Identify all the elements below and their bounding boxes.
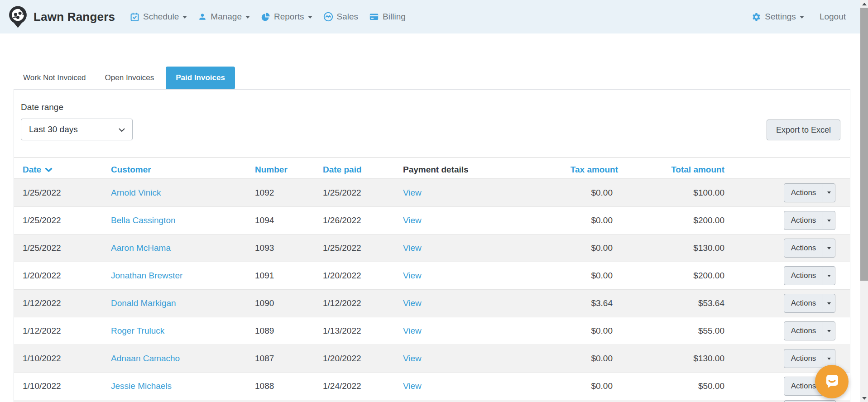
customer-link[interactable]: Aaron McHama (111, 243, 171, 253)
view-payment-link[interactable]: View (403, 298, 422, 308)
chevron-down-icon (827, 358, 831, 360)
nav-settings[interactable]: Settings (752, 12, 804, 22)
actions-split-button[interactable]: Actions (784, 266, 835, 285)
view-payment-link[interactable]: View (403, 215, 422, 225)
cell-total-amount: $200.00 (618, 215, 724, 225)
column-header-number[interactable]: Number (255, 165, 323, 175)
actions-button-label[interactable]: Actions (784, 211, 823, 230)
actions-dropdown-toggle[interactable] (823, 239, 835, 257)
column-header-date[interactable]: Date (14, 165, 111, 175)
tab-work-not-invoiced[interactable]: Work Not Invoiced (16, 67, 93, 89)
scrollbar-thumb[interactable] (860, 8, 868, 281)
customer-link[interactable]: Jessie Michaels (111, 381, 172, 391)
table-row: 1/10/2022 Jessie Michaels 1088 1/24/2022… (14, 372, 850, 400)
chat-launcher-button[interactable] (815, 365, 849, 398)
tab-open-invoices[interactable]: Open Invoices (98, 67, 162, 89)
actions-dropdown-toggle[interactable] (823, 211, 835, 230)
column-header-tax-amount[interactable]: Tax amount (512, 165, 618, 175)
actions-split-button[interactable]: Actions (784, 183, 835, 202)
tab-paid-invoices[interactable]: Paid Invoices (166, 67, 235, 89)
view-payment-link[interactable]: View (403, 354, 422, 363)
cell-tax-amount: $0.00 (512, 243, 618, 253)
actions-split-button[interactable]: Actions (784, 294, 835, 313)
table-row: 1/12/2022 Donald Markigan 1090 1/12/2022… (14, 289, 850, 317)
view-payment-link[interactable]: View (403, 188, 422, 197)
panel-border (850, 90, 850, 402)
main-nav: Schedule Manage Reports (130, 12, 406, 22)
cell-number: 1094 (255, 215, 323, 225)
chevron-down-icon (119, 124, 125, 134)
customer-link[interactable]: Roger Truluck (111, 326, 164, 335)
cell-number: 1089 (255, 326, 323, 336)
nav-manage[interactable]: Manage (198, 12, 250, 22)
nav-schedule-label: Schedule (143, 12, 179, 22)
actions-dropdown-toggle[interactable] (823, 184, 835, 202)
column-header-customer[interactable]: Customer (111, 165, 255, 175)
customer-link[interactable]: Jonathan Brewster (111, 271, 182, 280)
cell-tax-amount: $0.00 (512, 326, 618, 336)
chat-bubble-icon (823, 372, 841, 392)
actions-dropdown-toggle[interactable] (823, 294, 835, 312)
cell-date: 1/12/2022 (14, 298, 111, 308)
scrollbar-down-arrow[interactable] (860, 394, 868, 402)
table-row: 1/12/2022 Roger Truluck 1089 1/13/2022 V… (14, 317, 850, 345)
chevron-down-icon (182, 16, 187, 19)
customer-link[interactable]: Donald Markigan (111, 298, 176, 308)
gear-icon (752, 12, 761, 22)
view-payment-link[interactable]: View (403, 243, 422, 253)
chevron-down-icon (800, 16, 804, 19)
actions-split-button[interactable]: Actions (784, 321, 835, 340)
nav-billing[interactable]: Billing (369, 12, 406, 22)
view-payment-link[interactable]: View (403, 326, 422, 335)
export-to-excel-button[interactable]: Export to Excel (767, 120, 840, 140)
credit-card-icon (369, 12, 379, 22)
customer-link[interactable]: Bella Cassington (111, 215, 176, 225)
column-header-payment-details: Payment details (403, 165, 512, 175)
cell-number: 1091 (255, 271, 323, 281)
divider (14, 157, 850, 158)
cell-total-amount: $55.00 (618, 326, 724, 336)
actions-button-label[interactable]: Actions (784, 294, 823, 312)
actions-button-label[interactable]: Actions (784, 267, 823, 285)
brand[interactable]: Lawn Rangers (7, 5, 115, 29)
cell-tax-amount: $0.00 (512, 354, 618, 364)
table-row: 1/20/2022 Jonathan Brewster 1091 1/20/20… (14, 262, 850, 289)
cell-tax-amount: $0.00 (512, 381, 618, 391)
cell-number: 1090 (255, 298, 323, 308)
cell-number: 1093 (255, 243, 323, 253)
triangle-down-icon (862, 397, 867, 400)
view-payment-link[interactable]: View (403, 271, 422, 280)
actions-dropdown-toggle[interactable] (823, 322, 835, 340)
pie-chart-icon (261, 12, 270, 22)
actions-button-label[interactable]: Actions (784, 239, 823, 257)
lawn-rangers-logo-icon (7, 5, 29, 29)
column-header-total-amount[interactable]: Total amount (618, 165, 724, 175)
nav-sales[interactable]: Sales (323, 12, 359, 22)
table-row: 1/25/2022 Bella Cassington 1094 1/26/202… (14, 206, 850, 234)
actions-button-label[interactable]: Actions (784, 184, 823, 202)
nav-reports[interactable]: Reports (261, 12, 312, 22)
actions-button-label[interactable]: Actions (784, 322, 823, 340)
actions-split-button[interactable]: Actions (784, 211, 835, 230)
cell-total-amount: $53.64 (618, 298, 724, 308)
cell-date-paid: 1/24/2022 (323, 381, 403, 391)
cell-date-paid: 1/25/2022 (323, 188, 403, 198)
calendar-icon (130, 12, 139, 22)
chevron-down-icon (827, 247, 831, 249)
cell-date: 1/10/2022 (14, 354, 111, 364)
scrollbar-up-arrow[interactable] (860, 0, 868, 8)
actions-split-button[interactable]: Actions (784, 239, 835, 258)
customer-link[interactable]: Adnaan Camacho (111, 354, 180, 363)
chevron-down-icon (827, 275, 831, 277)
date-range-select[interactable]: Last 30 days (21, 119, 133, 140)
chevron-down-icon (827, 330, 831, 332)
column-header-date-paid[interactable]: Date paid (323, 165, 403, 175)
nav-schedule[interactable]: Schedule (130, 12, 187, 22)
chevron-down-icon (827, 220, 831, 222)
actions-dropdown-toggle[interactable] (823, 267, 835, 285)
customer-link[interactable]: Arnold Vinick (111, 188, 161, 197)
view-payment-link[interactable]: View (403, 381, 422, 391)
actions-button-label[interactable]: Actions (784, 349, 823, 368)
cell-date: 1/25/2022 (14, 215, 111, 225)
nav-logout[interactable]: Logout (820, 12, 846, 22)
